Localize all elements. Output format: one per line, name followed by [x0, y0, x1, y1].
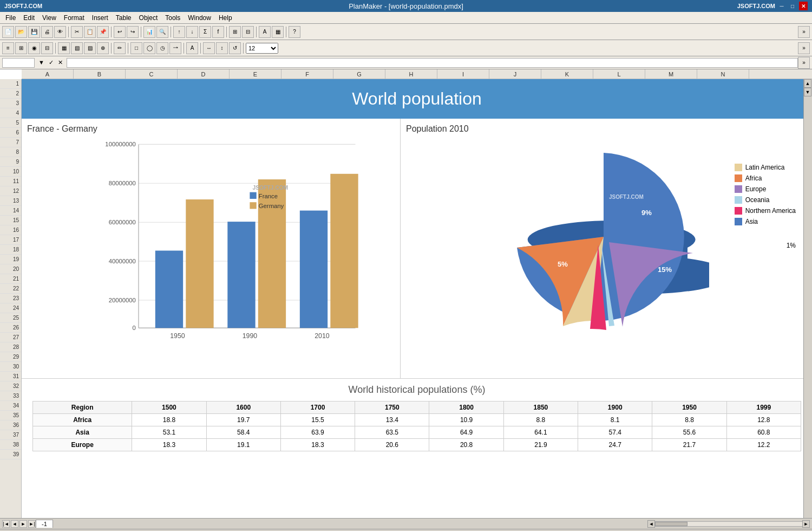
col-n[interactable]: N: [697, 69, 749, 79]
col-j[interactable]: J: [489, 69, 541, 79]
label-15pct: 15%: [658, 266, 672, 274]
col-region: Region: [33, 402, 132, 414]
scroll-left-btn[interactable]: ◄: [647, 520, 655, 528]
h-scroll-thumb[interactable]: [655, 522, 687, 526]
col-e[interactable]: E: [230, 69, 281, 79]
tb2-btn2[interactable]: ⊞: [15, 42, 27, 54]
scroll-up-btn[interactable]: ▲: [804, 79, 811, 88]
menu-window[interactable]: Window: [185, 13, 214, 23]
col-i[interactable]: I: [437, 69, 489, 79]
tb2-btn3[interactable]: ◉: [28, 42, 40, 54]
col-g[interactable]: G: [333, 69, 385, 79]
col-h[interactable]: H: [385, 69, 437, 79]
tb2-btn7[interactable]: ▨: [84, 42, 96, 54]
bottom-scrollbar[interactable]: ◄ ►: [647, 520, 810, 528]
tb2-expand-btn[interactable]: »: [798, 42, 810, 54]
new-btn[interactable]: 📄: [2, 26, 14, 38]
h-scroll-track[interactable]: [655, 521, 802, 527]
sort-desc-btn[interactable]: ↓: [186, 26, 198, 38]
menu-table[interactable]: Table: [113, 13, 135, 23]
row-7: 7: [0, 138, 21, 147]
col-c[interactable]: C: [126, 69, 178, 79]
tab-last-btn[interactable]: ►|: [28, 520, 36, 528]
formula-input[interactable]: [67, 58, 798, 68]
chart-btn[interactable]: 📊: [143, 26, 155, 38]
insert-rows-btn[interactable]: ⊞: [229, 26, 241, 38]
col-f[interactable]: F: [281, 69, 333, 79]
tb2-btn15[interactable]: ↔: [203, 42, 215, 54]
undo-btn[interactable]: ↩: [114, 26, 126, 38]
paste-btn[interactable]: 📌: [97, 26, 109, 38]
close-button[interactable]: ✕: [799, 2, 808, 10]
redo-btn[interactable]: ↪: [127, 26, 139, 38]
expand-btn[interactable]: »: [798, 26, 810, 38]
col-b[interactable]: B: [74, 69, 126, 79]
col-a[interactable]: A: [22, 69, 74, 79]
func-btn[interactable]: f: [212, 26, 224, 38]
formula-cancel-btn[interactable]: ▼: [37, 59, 46, 66]
copy-btn[interactable]: 📋: [84, 26, 96, 38]
tb2-btn4[interactable]: ⊟: [41, 42, 53, 54]
formula-expand-btn[interactable]: »: [798, 57, 810, 69]
tab-prev-btn[interactable]: ◄: [11, 520, 18, 528]
scroll-down-btn[interactable]: ▼: [804, 88, 811, 96]
borders-btn[interactable]: ▦: [272, 26, 284, 38]
delete-rows-btn[interactable]: ⊟: [242, 26, 254, 38]
col-k[interactable]: K: [541, 69, 593, 79]
legend-asia: Asia: [735, 218, 796, 225]
tb2-btn1[interactable]: ≡: [2, 42, 14, 54]
tb2-btn11[interactable]: ◯: [143, 42, 155, 54]
cell-europe-1900: 24.7: [578, 439, 652, 451]
minimize-button[interactable]: ─: [777, 2, 786, 10]
menu-help[interactable]: Help: [215, 13, 235, 23]
menu-view[interactable]: View: [39, 13, 60, 23]
maximize-button[interactable]: □: [788, 2, 797, 10]
row-8: 8: [0, 147, 21, 157]
tab-next-btn[interactable]: ►: [19, 520, 27, 528]
row-24: 24: [0, 303, 21, 313]
formula-confirm-btn[interactable]: ✓: [47, 59, 55, 66]
menu-object[interactable]: Object: [136, 13, 161, 23]
sep5: [226, 27, 227, 37]
save-btn[interactable]: 💾: [28, 26, 40, 38]
tb2-btn12[interactable]: ◷: [156, 42, 168, 54]
col-l[interactable]: L: [593, 69, 645, 79]
tb2-btn14[interactable]: A: [186, 42, 198, 54]
cut-btn[interactable]: ✂: [71, 26, 83, 38]
sum-btn[interactable]: Σ: [199, 26, 211, 38]
col-d[interactable]: D: [178, 69, 230, 79]
tb2-btn5[interactable]: ▦: [58, 42, 70, 54]
preview-btn[interactable]: 👁: [54, 26, 66, 38]
col-1750: 1750: [355, 402, 429, 414]
menu-insert[interactable]: Insert: [89, 13, 112, 23]
print-btn[interactable]: 🖨: [41, 26, 53, 38]
tb2-btn17[interactable]: ↺: [229, 42, 241, 54]
cell-reference-input[interactable]: [2, 58, 35, 68]
sep4: [171, 27, 171, 37]
menu-file[interactable]: File: [2, 13, 19, 23]
sheet-tab-1[interactable]: -1: [36, 520, 53, 528]
chart-main-title: World population: [352, 89, 482, 108]
cell-europe-1700: 18.3: [280, 439, 355, 451]
tb2-btn13[interactable]: ⭢: [169, 42, 181, 54]
tb2-btn16[interactable]: ↕: [216, 42, 228, 54]
col-m[interactable]: M: [645, 69, 697, 79]
tb2-btn9[interactable]: ✏: [114, 42, 126, 54]
tb2-btn10[interactable]: □: [130, 42, 142, 54]
tab-first-btn[interactable]: |◄: [2, 520, 10, 528]
help-btn[interactable]: ?: [289, 26, 300, 38]
formula-fn-btn[interactable]: ✕: [56, 59, 64, 66]
search-btn[interactable]: 🔍: [156, 26, 168, 38]
open-btn[interactable]: 📂: [15, 26, 27, 38]
font-size-select[interactable]: 121416: [246, 43, 278, 54]
sort-asc-btn[interactable]: ↑: [173, 26, 185, 38]
svg-text:Germany: Germany: [259, 203, 284, 209]
toolbar-2: ≡ ⊞ ◉ ⊟ ▦ ▧ ▨ ⊕ ✏ □ ◯ ◷ ⭢ A ↔ ↕ ↺ 121416…: [0, 40, 812, 56]
scroll-right-btn[interactable]: ►: [802, 520, 810, 528]
format-btn[interactable]: A: [259, 26, 271, 38]
tb2-btn6[interactable]: ▧: [71, 42, 83, 54]
menu-tools[interactable]: Tools: [162, 13, 184, 23]
menu-edit[interactable]: Edit: [20, 13, 38, 23]
tb2-btn8[interactable]: ⊕: [97, 42, 109, 54]
menu-format[interactable]: Format: [61, 13, 88, 23]
